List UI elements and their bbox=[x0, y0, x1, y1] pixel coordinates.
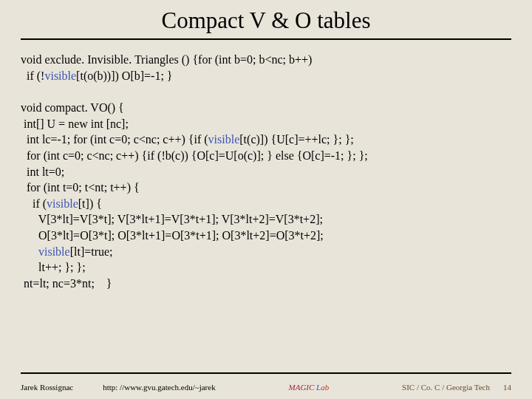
keyword-visible: visible bbox=[44, 69, 76, 82]
code-line: lt++; }; }; bbox=[21, 259, 511, 276]
code-line: for (int c=0; c<nc; c++) {if (!b(c)) {O[… bbox=[21, 148, 511, 164]
footer-url: http: //www.gvu.gatech.edu/~jarek bbox=[103, 383, 215, 392]
code-line: V[3*lt]=V[3*t]; V[3*lt+1]=V[3*t+1]; V[3*… bbox=[21, 211, 511, 228]
keyword-visible: visible bbox=[208, 133, 240, 146]
code-line: int[] U = new int [nc]; bbox=[21, 116, 511, 132]
code-line: nt=lt; nc=3*nt; } bbox=[21, 276, 511, 292]
code-line: for (int t=0; t<nt; t++) { bbox=[21, 180, 511, 196]
footer: Jarek Rossignac http: //www.gvu.gatech.e… bbox=[21, 383, 511, 392]
keyword-visible: visible bbox=[47, 197, 78, 210]
code-line: void exclude. Invisible. Triangles () {f… bbox=[21, 52, 511, 68]
code-line: if (visible[t]) { bbox=[21, 196, 511, 212]
keyword-visible: visible bbox=[38, 245, 70, 258]
title-divider bbox=[21, 38, 511, 40]
code-line: int lc=-1; for (int c=0; c<nc; c++) {if … bbox=[21, 132, 511, 148]
footer-affiliation: SIC / Co. C / Georgia Tech bbox=[402, 383, 490, 392]
footer-page-number: 14 bbox=[503, 383, 511, 392]
slide-title: Compact V & O tables bbox=[21, 7, 511, 34]
code-block-2: void compact. VO() { int[] U = new int [… bbox=[21, 100, 511, 291]
code-line: if (!visible[t(o(b))]) O[b]=-1; } bbox=[21, 68, 511, 84]
footer-divider bbox=[21, 372, 511, 374]
code-line: visible[lt]=true; bbox=[21, 244, 511, 260]
footer-magic-lab: MAGIC Lab bbox=[216, 383, 402, 392]
slide: Compact V & O tables void exclude. Invis… bbox=[0, 0, 532, 399]
code-line: int lt=0; bbox=[21, 164, 511, 180]
code-block-1: void exclude. Invisible. Triangles () {f… bbox=[21, 52, 511, 83]
code-line: O[3*lt]=O[3*t]; O[3*lt+1]=O[3*t+1]; O[3*… bbox=[21, 228, 511, 244]
code-line: void compact. VO() { bbox=[21, 100, 511, 116]
footer-author: Jarek Rossignac bbox=[21, 383, 73, 392]
